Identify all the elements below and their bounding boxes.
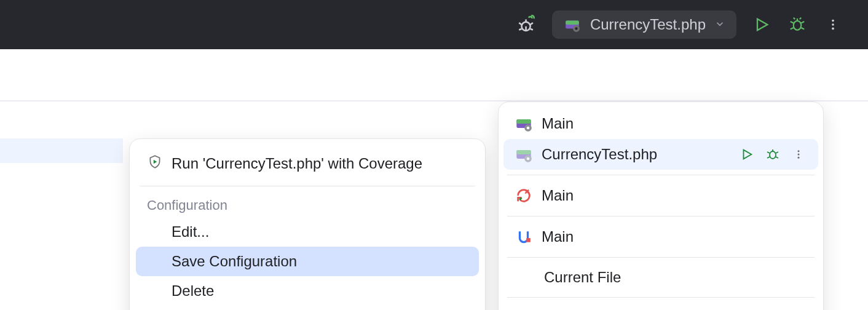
pin-configuration-item[interactable]: Pin: [136, 306, 479, 310]
gutter-highlight: [0, 138, 123, 163]
run-config-item-label: CurrencyTest.php: [542, 146, 657, 163]
shield-run-icon: [147, 154, 163, 173]
debug-button[interactable]: [787, 14, 808, 35]
svg-point-12: [527, 127, 530, 130]
phpstorm-icon: [515, 114, 533, 133]
dropdown-separator: [507, 216, 815, 217]
configuration-section-header: Configuration: [136, 193, 479, 217]
edit-configuration-item[interactable]: Edit...: [136, 217, 479, 247]
run-config-item-label: Main: [542, 228, 574, 245]
delete-label: Delete: [172, 282, 214, 300]
run-config-item[interactable]: CurrencyTest.php: [503, 139, 818, 170]
run-config-item-label: Main: [542, 187, 574, 204]
dropdown-separator: [507, 297, 815, 298]
debug-icon[interactable]: [764, 146, 781, 163]
run-config-item[interactable]: Main: [503, 221, 818, 252]
svg-rect-21: [526, 238, 531, 242]
svg-point-16: [527, 157, 530, 161]
svg-point-19: [798, 154, 800, 156]
phpstorm-muted-icon: [515, 145, 533, 164]
run-config-item[interactable]: Edit Configurations...: [503, 303, 818, 310]
save-configuration-item[interactable]: Save Configuration: [136, 247, 479, 276]
delete-configuration-item[interactable]: Delete: [136, 276, 479, 306]
svg-point-18: [798, 150, 800, 152]
reload-fail-icon: [515, 186, 533, 205]
run-config-item[interactable]: Current File: [503, 263, 818, 292]
svg-rect-2: [566, 21, 579, 25]
svg-point-8: [832, 28, 834, 30]
svg-point-17: [770, 151, 776, 159]
chevron-down-icon: [714, 16, 725, 33]
svg-point-7: [832, 23, 834, 26]
run-configurations-dropdown: MainCurrencyTest.phpMainMainCurrent File…: [498, 101, 824, 310]
run-with-coverage-item[interactable]: Run 'CurrencyTest.php' with Coverage: [136, 148, 479, 180]
run-with-coverage-label: Run 'CurrencyTest.php' with Coverage: [172, 155, 422, 172]
dropdown-separator: [507, 257, 815, 258]
run-button[interactable]: [751, 14, 772, 35]
u-icon-icon: [515, 228, 533, 246]
run-config-item[interactable]: Main: [503, 180, 818, 211]
context-menu: Run 'CurrencyTest.php' with Coverage Con…: [129, 138, 486, 310]
svg-point-20: [798, 157, 800, 159]
phpstorm-config-icon: [563, 15, 582, 34]
edit-label: Edit...: [172, 223, 209, 240]
run-config-item-label: Current File: [544, 269, 621, 286]
ai-bug-icon[interactable]: [516, 14, 537, 35]
run-config-item[interactable]: Main: [503, 108, 818, 139]
more-actions-icon[interactable]: [823, 14, 843, 35]
editor-area: Run 'CurrencyTest.php' with Coverage Con…: [0, 49, 868, 310]
svg-point-6: [832, 20, 834, 22]
run-icon[interactable]: [738, 146, 756, 163]
kebab-icon[interactable]: [790, 146, 807, 163]
svg-rect-14: [516, 150, 531, 154]
save-label: Save Configuration: [172, 253, 297, 270]
svg-rect-10: [516, 119, 531, 124]
main-toolbar: CurrencyTest.php: [0, 0, 868, 49]
run-configuration-selector[interactable]: CurrencyTest.php: [552, 10, 736, 39]
run-configuration-label: CurrencyTest.php: [590, 16, 706, 33]
menu-separator: [140, 186, 475, 186]
dropdown-separator: [507, 175, 815, 175]
svg-point-5: [794, 21, 802, 30]
run-config-item-label: Main: [542, 115, 574, 132]
svg-point-4: [575, 27, 577, 30]
